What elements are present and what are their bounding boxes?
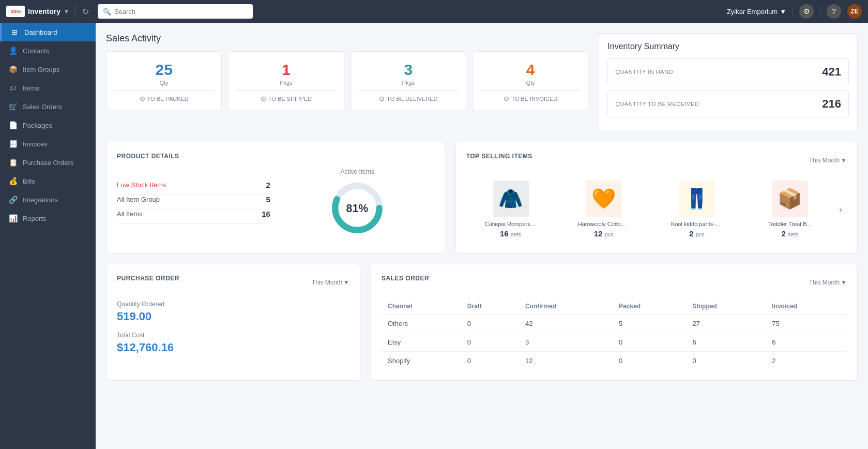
app-dropdown-icon[interactable]: ▼ (64, 8, 69, 14)
search-icon: 🔍 (103, 8, 111, 16)
so-col-4: Shipped (686, 298, 766, 315)
activity-unit-2: Pkgs (402, 80, 415, 86)
top-selling-items-row: 🧥 Cutiepie Rompers-jet ... 16 sets 🧡 Han… (466, 176, 847, 243)
sales-section: Sales Activity 25 Qty ⊙ TO BE PACKED 1 P… (106, 33, 588, 131)
sidebar-item-invoices[interactable]: 🧾 Invoices (0, 134, 96, 153)
product-left: Low Stock Items 2 All Item Group 5 All I… (117, 181, 270, 224)
main-layout: ⊞ Dashboard 👤 Contacts 📦 Item Groups 🏷 I… (0, 23, 868, 449)
sidebar-item-sales-orders[interactable]: 🛒 Sales Orders (0, 97, 96, 116)
reports-label: Reports (23, 215, 47, 222)
company-selector[interactable]: Zylkar Emporium ▼ (727, 8, 786, 16)
activity-number-1: 1 (282, 61, 291, 79)
divider3 (820, 6, 820, 17)
avatar[interactable]: ZE (847, 4, 862, 19)
sidebar-item-purchase-orders[interactable]: 📋 Purchase Orders (0, 153, 96, 172)
product-details: PRODUCT DETAILS Low Stock Items 2 All It… (106, 142, 445, 253)
search-box: 🔍 (98, 4, 253, 19)
bills-icon: 💰 (8, 177, 18, 185)
top-selling-month[interactable]: This Month ▼ (809, 157, 847, 164)
so-cell-0-0: Others (382, 315, 461, 333)
inv-sum-label-0: QUANTITY IN HAND (615, 69, 673, 75)
product-stat-label-0[interactable]: Low Stock Items (117, 181, 166, 189)
item-image-0: 🧥 (493, 181, 529, 217)
inventory-summary: Inventory Summary QUANTITY IN HAND 421 Q… (599, 33, 858, 131)
top-selling: TOP SELLING ITEMS This Month ▼ 🧥 Cutiepi… (455, 142, 858, 253)
so-col-5: Invoiced (766, 298, 847, 315)
activity-card-0[interactable]: 25 Qty ⊙ TO BE PACKED (106, 51, 222, 110)
item-image-2: 👖 (679, 181, 715, 217)
so-cell-1-5: 6 (766, 333, 847, 352)
search-input[interactable] (114, 8, 248, 16)
top-selling-item-1[interactable]: 🧡 Hanswooly Cotton cas... 12 pcs (559, 176, 648, 243)
top-selling-item-3[interactable]: 📦 Toddler Treat B... 2 sets (745, 176, 834, 243)
sales-activity-title: Sales Activity (106, 33, 588, 44)
inv-sum-row-0: QUANTITY IN HAND 421 (607, 58, 849, 85)
item-qty-0: 16 (500, 229, 509, 238)
activity-card-2[interactable]: 3 Pkgs ⊙ TO BE DELIVERED (351, 51, 466, 110)
donut-label: Active Items (341, 168, 374, 175)
items-icon: 🏷 (8, 84, 18, 92)
invoices-label: Invoices (23, 140, 48, 148)
po-month[interactable]: This Month ▼ (312, 279, 349, 286)
dashboard-label: Dashboard (24, 28, 57, 36)
item-image-3: 📦 (772, 181, 808, 217)
product-stat-value-0: 2 (266, 181, 270, 189)
item-qty-row-3: 2 sets (781, 229, 798, 238)
top-selling-item-2[interactable]: 👖 Kool kiddo pants-cow ... 2 pcs (652, 176, 741, 243)
sidebar-item-dashboard[interactable]: ⊞ Dashboard (0, 23, 96, 41)
product-stat-label-1: All Item Group (117, 196, 160, 203)
sidebar-item-items[interactable]: 🏷 Items (0, 79, 96, 97)
purchase-orders-icon: 📋 (8, 158, 18, 167)
so-cell-1-1: 0 (461, 333, 519, 352)
middle-row: PRODUCT DETAILS Low Stock Items 2 All It… (106, 142, 858, 253)
sidebar-item-item-groups[interactable]: 📦 Item Groups (0, 60, 96, 79)
product-stat-row-1: All Item Group 5 (117, 195, 270, 209)
item-qty-2: 2 (689, 229, 693, 238)
product-stat-value-2: 16 (262, 209, 270, 218)
activity-card-1[interactable]: 1 Pkgs ⊙ TO BE SHIPPED (228, 51, 344, 110)
month-dropdown-icon: ▼ (841, 157, 847, 164)
app-name[interactable]: Inventory (28, 7, 60, 16)
sidebar-item-integrations[interactable]: 🔗 Integrations (0, 190, 96, 209)
so-cell-1-4: 6 (686, 333, 766, 352)
activity-label-3: ⊙ TO BE INVOICED (504, 95, 557, 102)
activity-number-0: 25 (155, 61, 172, 79)
settings-icon[interactable]: ⚙ (799, 4, 814, 19)
packages-icon: 📄 (8, 121, 18, 129)
item-qty-3: 2 (781, 229, 785, 238)
so-row-0: Others04252775 (382, 315, 847, 333)
product-stat-row-2: All Items 16 (117, 209, 270, 224)
contacts-icon: 👤 (8, 47, 18, 55)
so-cell-0-5: 75 (766, 315, 847, 333)
company-dropdown-icon: ▼ (780, 8, 786, 16)
items-grid: 🧥 Cutiepie Rompers-jet ... 16 sets 🧡 Han… (466, 176, 834, 243)
help-icon[interactable]: ? (827, 4, 841, 19)
item-name-0: Cutiepie Rompers-jet ... (485, 221, 537, 227)
next-button[interactable]: › (834, 204, 847, 215)
sidebar-item-reports[interactable]: 📊 Reports (0, 209, 96, 228)
top-selling-item-0[interactable]: 🧥 Cutiepie Rompers-jet ... 16 sets (466, 176, 555, 243)
activity-card-3[interactable]: 4 Qty ⊙ TO BE INVOICED (473, 51, 588, 110)
refresh-icon[interactable]: ↻ (82, 7, 92, 16)
sidebar-item-bills[interactable]: 💰 Bills (0, 172, 96, 190)
sales-order: SALES ORDER This Month ▼ ChannelDraftCon… (371, 264, 858, 381)
invoices-icon: 🧾 (8, 140, 18, 148)
so-month[interactable]: This Month ▼ (809, 279, 847, 286)
sidebar-item-packages[interactable]: 📄 Packages (0, 116, 96, 134)
sales-orders-label: Sales Orders (23, 103, 62, 111)
so-cell-0-2: 42 (519, 315, 613, 333)
topbar-logo: ZOHO Inventory ▼ (6, 6, 69, 17)
activity-number-3: 4 (526, 61, 535, 79)
item-qty-row-2: 2 pcs (689, 229, 705, 238)
divider (75, 6, 76, 17)
divider2 (793, 6, 793, 17)
inventory-summary-title: Inventory Summary (607, 42, 849, 51)
purchase-orders-label: Purchase Orders (23, 159, 73, 167)
so-cell-2-5: 2 (766, 352, 847, 370)
donut-chart: 81% (329, 179, 386, 236)
top-row: Sales Activity 25 Qty ⊙ TO BE PACKED 1 P… (106, 33, 858, 131)
topbar: ZOHO Inventory ▼ ↻ 🔍 Zylkar Emporium ▼ ⚙… (0, 0, 868, 23)
sidebar-item-contacts[interactable]: 👤 Contacts (0, 41, 96, 60)
item-unit-0: sets (511, 231, 521, 237)
so-row-2: Shopify012002 (382, 352, 847, 370)
